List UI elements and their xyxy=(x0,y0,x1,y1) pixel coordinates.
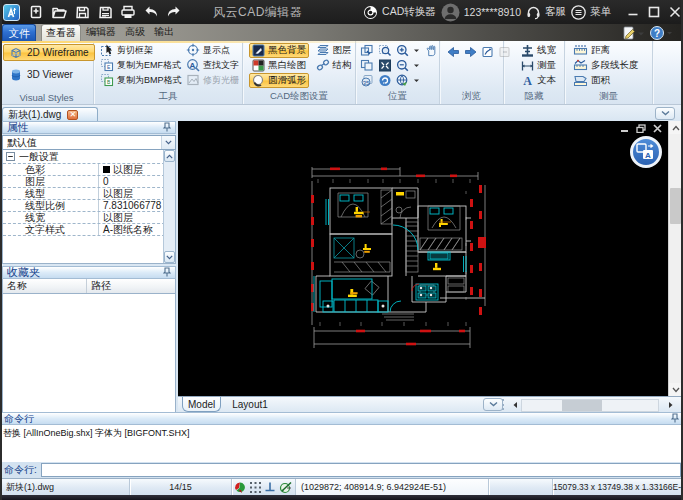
hscroll-right-icon[interactable] xyxy=(664,398,677,411)
zoom-window-icon[interactable] xyxy=(378,44,392,57)
tab-layout1[interactable]: Layout1 xyxy=(227,397,273,412)
tab-viewer[interactable]: 查看器 xyxy=(41,24,81,41)
area-button[interactable]: 面积 xyxy=(570,73,613,88)
command-pin-icon[interactable] xyxy=(671,413,679,425)
avatar xyxy=(441,3,460,22)
layers-button[interactable]: 图层 xyxy=(313,43,355,58)
minimize-button[interactable] xyxy=(625,3,641,21)
hscroll-thumb[interactable] xyxy=(562,400,602,411)
property-row-textstyle[interactable]: 文字样式 A-图纸名称 xyxy=(3,224,175,236)
zoom-out-dropdown-icon[interactable] xyxy=(413,59,420,72)
property-set-select[interactable]: 默认值 xyxy=(2,135,176,150)
hide-text-button[interactable]: A文本 xyxy=(518,73,559,88)
hscroll-track[interactable] xyxy=(521,399,659,412)
column-name[interactable]: 名称 xyxy=(3,279,87,293)
show-points-button[interactable]: 显示点 xyxy=(183,43,233,58)
save-as-button[interactable] xyxy=(95,3,115,21)
lineweight-button[interactable]: 线宽 xyxy=(518,43,559,58)
undo-button[interactable] xyxy=(141,3,161,21)
trim-raster-button[interactable]: 修剪光栅 xyxy=(183,73,242,88)
zoom-previous-icon[interactable] xyxy=(378,74,392,87)
copy-emf-icon: E xyxy=(100,58,114,72)
2d-wireframe-button[interactable]: 2D Wireframe xyxy=(3,44,95,61)
collapse-group-icon[interactable] xyxy=(6,152,15,161)
status-toggles xyxy=(232,479,296,495)
favorites-pin-icon[interactable] xyxy=(163,267,171,279)
grid-toggle-icon[interactable] xyxy=(249,481,262,494)
back-arrow-icon[interactable] xyxy=(447,46,460,58)
new-file-button[interactable] xyxy=(26,3,46,21)
print-button[interactable] xyxy=(118,3,138,21)
tab-editor[interactable]: 编辑器 xyxy=(82,24,120,41)
command-output[interactable]: 替换 [AllInOneBig.shx] 字体为 [BIGFONT.SHX] xyxy=(0,425,683,462)
zoom-in-dropdown-icon[interactable] xyxy=(413,44,420,57)
user-account[interactable]: 123****8910 xyxy=(441,3,521,22)
image-convert-badge[interactable]: A xyxy=(630,136,662,168)
group-label-browse: 浏览 xyxy=(440,90,503,103)
inner-restore-icon[interactable] xyxy=(636,124,646,135)
tab-model[interactable]: Model xyxy=(182,397,221,412)
maximize-button[interactable] xyxy=(646,3,662,21)
pan-page-icon[interactable] xyxy=(360,44,374,57)
annotate-button[interactable] xyxy=(622,24,646,41)
tab-file[interactable]: 文件 xyxy=(2,24,36,41)
canvas-vertical-scrollbar[interactable] xyxy=(668,121,681,396)
hide-measure-button[interactable]: 测量 xyxy=(518,58,559,73)
tab-output[interactable]: 输出 xyxy=(150,24,178,41)
bw-drawing-button[interactable]: 黑白绘图 xyxy=(249,58,309,73)
canvas-vscroll-thumb[interactable] xyxy=(670,188,681,224)
polyline-length-button[interactable]: 多段线长度 xyxy=(570,58,642,73)
find-text-button[interactable]: A查找文字 xyxy=(183,58,242,73)
help-button[interactable]: ? xyxy=(650,24,675,41)
smooth-arc-button[interactable]: 圆滑弧形 xyxy=(249,73,309,88)
scroll-down-icon[interactable] xyxy=(164,251,175,263)
splitter-grip[interactable] xyxy=(502,399,506,410)
layout-collapse-button[interactable] xyxy=(483,398,503,411)
distance-button[interactable]: 距离 xyxy=(570,43,613,58)
properties-scrollbar[interactable] xyxy=(163,150,175,263)
svg-text:A: A xyxy=(523,74,532,87)
column-path[interactable]: 路径 xyxy=(87,279,111,293)
support-button[interactable]: 客服 xyxy=(526,5,566,20)
document-close-icon[interactable]: ✕ xyxy=(67,110,78,120)
inner-minimize-icon[interactable] xyxy=(620,124,629,135)
window-bottom-edge xyxy=(0,495,683,500)
3d-viewer-button[interactable]: 3D Viewer xyxy=(3,66,79,83)
copy-view-icon[interactable] xyxy=(360,59,374,72)
cad-converter-button[interactable]: CAD转换器 xyxy=(363,5,436,20)
tab-advanced[interactable]: 高级 xyxy=(121,24,149,41)
scroll-up-icon[interactable] xyxy=(164,150,175,162)
view-3d-icon[interactable]: 35 xyxy=(360,74,374,87)
status-coordinates: (1029872; 408914.9; 6.942924E-51) xyxy=(296,479,489,495)
copy-emf-button[interactable]: E复制为EMF格式 xyxy=(97,58,184,73)
page-setup-icon[interactable] xyxy=(481,46,494,58)
favorites-list[interactable] xyxy=(2,294,176,413)
forward-arrow-icon[interactable] xyxy=(464,46,477,58)
command-input[interactable] xyxy=(41,463,681,477)
inner-close-icon[interactable] xyxy=(653,124,662,135)
zoom-extents-icon[interactable] xyxy=(378,59,392,72)
pan-hand-icon[interactable] xyxy=(425,44,438,57)
inner-window-controls xyxy=(620,124,662,135)
document-tab[interactable]: 新块(1).dwg ✕ xyxy=(2,107,98,121)
black-background-button[interactable]: 黑色背景 xyxy=(249,43,309,58)
copy-bmp-button[interactable]: B复制为BMP格式 xyxy=(97,73,185,88)
osnap-toggle-icon[interactable] xyxy=(234,481,246,494)
hscroll-left-icon[interactable] xyxy=(508,398,521,411)
open-file-button[interactable] xyxy=(49,3,69,21)
draw-toggle-icon[interactable] xyxy=(279,481,293,494)
drawing-canvas[interactable]: A xyxy=(178,121,668,396)
redo-button[interactable] xyxy=(164,3,184,21)
ortho-toggle-icon[interactable] xyxy=(264,481,276,493)
properties-pin-icon[interactable] xyxy=(163,122,171,134)
structure-button[interactable]: 结构 xyxy=(313,58,355,73)
zoom-in-icon[interactable] xyxy=(396,44,409,57)
menu-button[interactable]: 菜单 xyxy=(571,5,611,20)
named-views-icon[interactable] xyxy=(396,74,409,87)
headset-icon xyxy=(526,5,541,20)
collapse-panel-button[interactable] xyxy=(655,107,675,120)
save-button[interactable] xyxy=(72,3,92,21)
zoom-out-icon[interactable] xyxy=(396,59,409,72)
named-views-dropdown-icon[interactable] xyxy=(413,74,420,87)
clip-frame-button[interactable]: 剪切框架 xyxy=(97,43,156,58)
